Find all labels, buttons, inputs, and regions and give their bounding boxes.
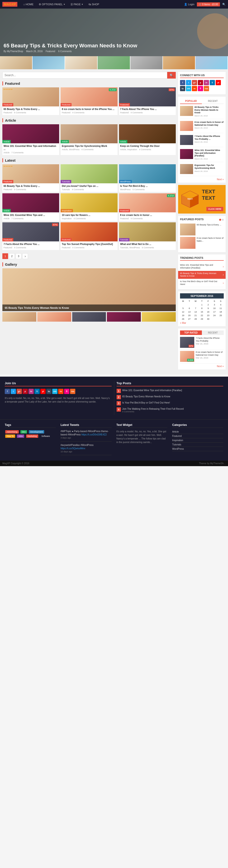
google-plus-icon[interactable]: g+ — [192, 80, 197, 85]
cal-day-9[interactable]: 9 — [205, 307, 211, 310]
featured-post-1[interactable]: ★★★★★ Featured 65 Beauty Tips & Tricks E… — [2, 87, 59, 115]
gallery-thumb-5[interactable] — [142, 312, 176, 322]
nav-page[interactable]: ☰ PAGE ▼ — [68, 0, 86, 8]
cal-day-3[interactable]: 3 — [212, 303, 217, 306]
strip-thumb-4[interactable] — [98, 56, 130, 69]
cat-article[interactable]: Article — [172, 430, 223, 434]
featured-sidebar-post-2[interactable]: 8 ice cream facts in honor of Natio... — [180, 237, 224, 249]
cal-day-5[interactable]: 5 — [180, 307, 186, 310]
gallery-thumb-3[interactable] — [72, 312, 106, 322]
cal-day-25[interactable]: 25 — [218, 314, 224, 317]
flickr-icon[interactable]: fl — [198, 86, 203, 91]
tag-software[interactable]: Software — [40, 434, 51, 438]
pinterest-icon[interactable]: p — [198, 80, 203, 85]
strip-thumb-3[interactable] — [65, 56, 98, 69]
trending-post-2[interactable]: 65 Beauty Tips & Tricks Every Woman Need… — [178, 271, 226, 279]
nav-home[interactable]: ⌂ HOME — [21, 0, 36, 8]
cal-day-17[interactable]: 17 — [212, 310, 217, 313]
nav-options[interactable]: ⚙ OPTIONS PANEL ▼ — [36, 0, 68, 8]
footer-youtube-icon[interactable]: yt — [40, 389, 46, 394]
twitter-icon[interactable]: t — [186, 80, 191, 85]
tag-advertising[interactable]: Advertising — [5, 430, 19, 434]
footer-instagram-icon[interactable]: in — [29, 389, 34, 394]
cal-day-8[interactable]: 8 — [199, 307, 205, 310]
next-link[interactable]: Next » — [180, 178, 224, 181]
vimeo-icon[interactable]: vm — [186, 86, 191, 91]
popular-post-3[interactable]: 7 Facts About the iPhone You Probably ..… — [180, 135, 224, 147]
footer-linkedin-icon[interactable]: li — [34, 389, 40, 394]
search-icon[interactable]: 🔍 — [222, 3, 226, 6]
top-post-3[interactable]: 3 Is Your Pet Bird A Boy or Girl? Find O… — [117, 401, 224, 405]
top-post-4[interactable]: 4 Join The Walking Free in Releasing The… — [117, 407, 224, 413]
footer-facebook-icon[interactable]: f — [5, 389, 10, 394]
ad-banner[interactable]: TEXT TEXTTEXT CLICK HERE — [178, 185, 226, 214]
rss-icon[interactable]: rss — [204, 86, 209, 91]
featured-post-3[interactable]: 67% Featured 7 Facts About The iPhone Yo… — [119, 87, 176, 115]
top-rated-next-link[interactable]: Next » — [180, 365, 224, 368]
gallery-main-image[interactable]: 65 Beauty Tips Tricks Every Woman Needs … — [2, 268, 176, 311]
popular-post-1[interactable]: 65 Beauty Tips & Tricks Every Woman Need… — [180, 106, 224, 119]
cal-day-1[interactable]: 1 — [199, 303, 205, 306]
cal-day-4[interactable]: 4 — [218, 303, 224, 306]
cal-day-6[interactable]: 6 — [186, 307, 192, 310]
cal-day-28[interactable]: 28 — [193, 317, 198, 321]
cal-day-26[interactable]: 26 — [180, 317, 186, 321]
cal-day-21[interactable]: 21 — [193, 314, 198, 317]
footer-google-icon[interactable]: g+ — [16, 389, 22, 394]
cal-day-13[interactable]: 13 — [186, 310, 192, 313]
strip-thumb-6[interactable] — [163, 56, 195, 69]
cal-day-12[interactable]: 12 — [180, 310, 186, 313]
cat-wordpress[interactable]: WordPress — [172, 447, 223, 451]
strip-thumb-5[interactable] — [130, 56, 163, 69]
latest-post-4[interactable]: Article Wine 101: Essential Wine Tips an… — [2, 193, 59, 221]
latest-post-2[interactable]: Tutorials Did you know? Useful Tips on .… — [61, 164, 117, 192]
cat-tutorials[interactable]: Tutorials — [172, 442, 223, 447]
tab-top-rated[interactable]: TOP RATED — [180, 331, 202, 335]
cart-button[interactable]: 🛒 0 Items - £0.00 — [197, 2, 220, 6]
cal-day-23[interactable]: 23 — [205, 314, 211, 317]
page-3-button[interactable]: 3 — [16, 253, 22, 259]
ad-cta-button[interactable]: CLICK HERE — [206, 207, 223, 211]
article-post-1[interactable]: Article Wine 101: Essential Wine Tips an… — [2, 124, 59, 155]
cal-day-16[interactable]: 16 — [205, 310, 211, 313]
featured-post-2[interactable]: 6.2/10 Featured 8 ice cream facts in hon… — [61, 87, 117, 115]
cal-day-29[interactable]: 29 — [199, 317, 205, 321]
cal-day-19[interactable]: 19 — [180, 314, 186, 317]
footer-tumblr-icon[interactable]: tu — [46, 389, 51, 394]
article-post-2[interactable]: Article Ergonomic Tips for Synchronizing… — [61, 124, 117, 155]
tag-howto[interactable]: How To — [5, 434, 15, 438]
cat-inspiration[interactable]: Inspiration — [172, 438, 223, 442]
login-link[interactable]: 👤 Login — [184, 3, 194, 6]
gallery-thumb-2[interactable] — [37, 312, 71, 322]
latest-post-8[interactable]: Featured Top Ten Sunset Photography Tips… — [61, 222, 117, 250]
cal-day-7[interactable]: 7 — [193, 307, 198, 310]
popular-post-5[interactable]: Ergonomic Tips for Synchronizing Work Ma… — [180, 164, 224, 176]
tab-recent[interactable]: RECENT — [202, 331, 224, 335]
footer-vimeo-icon[interactable]: vm — [52, 389, 58, 394]
gallery-thumb-4[interactable] — [107, 312, 141, 322]
cal-day-30[interactable]: 30 — [205, 317, 211, 321]
cal-day-2[interactable]: 2 — [205, 303, 211, 306]
footer-flickr-icon[interactable]: fl — [64, 389, 69, 394]
tag-marketing[interactable]: Marketing — [26, 434, 38, 438]
reddit-icon[interactable]: re — [192, 86, 197, 91]
featured-sidebar-post-1[interactable]: 65 Beauty Tips & Every ... — [180, 223, 224, 236]
cal-day-11[interactable]: 11 — [218, 307, 224, 310]
top-rated-post-1[interactable]: 67% 7 Facts About the iPhone You Probabl… — [180, 337, 224, 349]
top-rated-post-2[interactable]: 6.2/10 8 ice cream facts in honor of Nat… — [180, 351, 224, 364]
footer-twitter-icon[interactable]: t — [11, 389, 16, 394]
article-post-3[interactable]: Article Keep on Coming Through the Door … — [119, 124, 176, 155]
tweet-link-2[interactable]: https://t.co/SQwissMinx — [61, 447, 85, 450]
footer-rss-icon[interactable]: rss — [70, 389, 75, 394]
search-input[interactable] — [2, 72, 167, 79]
nav-shop[interactable]: 🛍 SHOP — [86, 0, 102, 8]
latest-post-9[interactable]: Tutorials What and What Not to Do ... Tu… — [119, 222, 176, 250]
gallery-thumb-1[interactable] — [2, 312, 36, 322]
strip-thumb-2[interactable] — [33, 56, 65, 69]
tag-development[interactable]: Development — [29, 430, 44, 434]
cal-day-24[interactable]: 24 — [212, 314, 217, 317]
cal-day-14[interactable]: 14 — [193, 310, 198, 313]
top-post-2[interactable]: 2 65 Beauty Tips Every Woman Needs to Kn… — [117, 395, 224, 399]
trending-post-3[interactable]: Is Your Pet Bird A Boy or Girl? Find Out… — [180, 279, 224, 287]
strip-thumb-1[interactable] — [0, 56, 33, 69]
